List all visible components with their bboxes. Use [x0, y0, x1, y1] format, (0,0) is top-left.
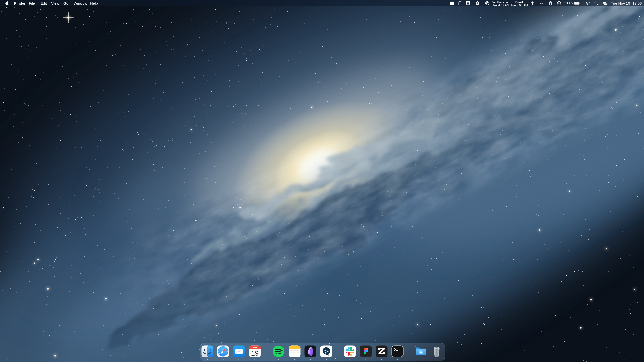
svg-text:19: 19 — [251, 349, 259, 357]
svg-text:NOV: NOV — [253, 346, 257, 349]
